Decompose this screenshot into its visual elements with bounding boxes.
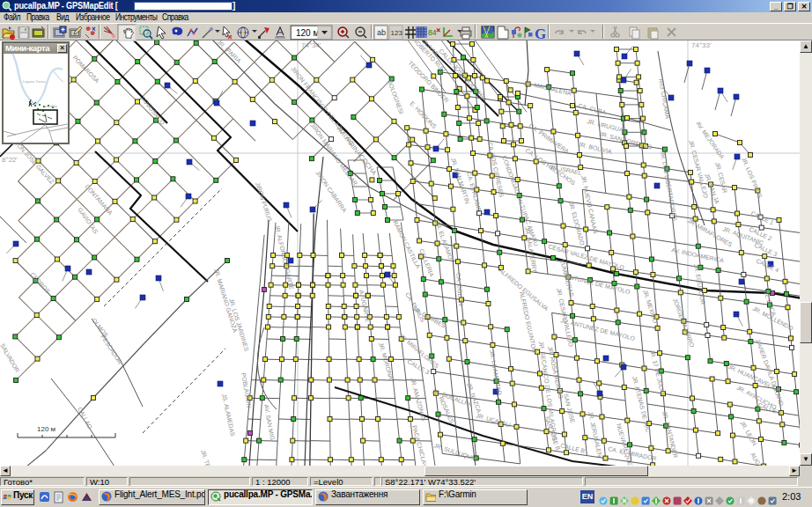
svg-text:84: 84 — [428, 28, 437, 37]
svg-text:74°33': 74°33' — [691, 41, 712, 49]
svg-text:8°22': 8°22' — [2, 156, 18, 164]
svg-text:Laguna Yarina: Laguna Yarina — [23, 79, 46, 84]
svg-text:pucallpa: pucallpa — [44, 104, 58, 108]
svg-text:120 м: 120 м — [37, 425, 55, 433]
svg-text:ab: ab — [377, 28, 386, 37]
svg-text:123: 123 — [391, 29, 403, 37]
svg-text:120 м: 120 м — [296, 28, 319, 38]
svg-text:G: G — [535, 26, 546, 41]
